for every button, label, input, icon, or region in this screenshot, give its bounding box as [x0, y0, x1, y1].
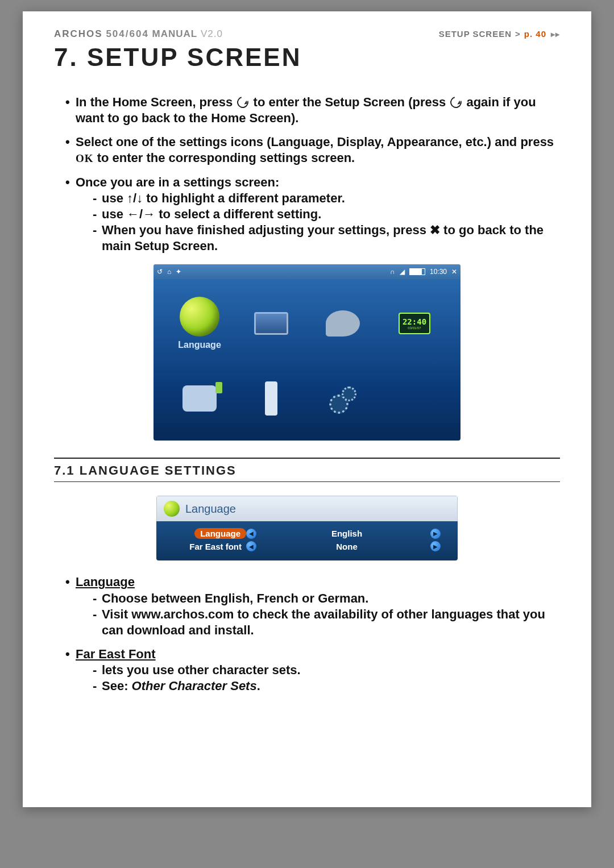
tools-icon: ✦: [176, 268, 181, 276]
up-down-arrows-icon: ↑/↓: [127, 191, 143, 205]
language-row-label: Language: [194, 528, 246, 539]
empty-tile: [384, 364, 445, 433]
bullet-3: Once you are in a settings screen: use ↑…: [65, 175, 560, 255]
monitor-icon: [254, 312, 288, 335]
setup-icon: [235, 94, 251, 110]
page-title: 7. SETUP SCREEN: [54, 43, 560, 72]
globe-icon: [164, 501, 180, 517]
fareast-row-value: None: [263, 542, 430, 551]
clock-value: 10:30: [430, 268, 447, 276]
fareast-item-1: lets you use other character sets.: [93, 662, 560, 678]
arrow-left-icon: ◀: [246, 529, 256, 539]
header-left: ARCHOS 504/604 MANUAL V2.0: [54, 28, 223, 40]
language-tile-label: Language: [178, 340, 221, 350]
divider: [54, 458, 560, 459]
forward-icon: ▸▸: [551, 30, 560, 39]
language-subtitle: Language: [76, 575, 135, 589]
fareast-item-2: See: Other Character Sets.: [93, 678, 560, 694]
close-icon: ✕: [451, 268, 457, 276]
manual-page: ARCHOS 504/604 MANUAL V2.0 SETUP SCREEN …: [23, 11, 591, 807]
section-label: SETUP SCREEN: [439, 29, 512, 39]
page-header: ARCHOS 504/604 MANUAL V2.0 SETUP SCREEN …: [54, 28, 560, 40]
language-tile: Language: [169, 289, 230, 358]
fareast-row: Far East font ◀ None ▶: [167, 540, 447, 553]
power-tile: [169, 364, 230, 433]
appearance-tile: [313, 289, 373, 358]
language-row: Language ◀ English ▶: [167, 527, 447, 540]
breadcrumb-sep: >: [515, 29, 521, 39]
bullet-3-2: use ←/→ to select a different setting.: [93, 206, 560, 222]
intro-content: In the Home Screen, press to enter the S…: [54, 94, 560, 254]
volume-icon: ◢: [400, 268, 405, 276]
language-heading: Language Choose between English, French …: [65, 574, 560, 638]
bullet-2: Select one of the settings icons (Langua…: [65, 134, 560, 166]
plug-icon: [182, 385, 217, 412]
close-icon: ✖: [430, 223, 440, 237]
bullet-1: In the Home Screen, press to enter the S…: [65, 94, 560, 126]
language-panel-header: Language: [156, 496, 458, 521]
bullet-3-1: use ↑/↓ to highlight a different paramet…: [93, 190, 560, 206]
header-right: SETUP SCREEN > p. 40 ▸▸: [439, 29, 560, 39]
language-item-2: Visit www.archos.com to check the availa…: [93, 607, 560, 638]
arrow-right-icon: ▶: [430, 529, 441, 539]
manual-label: MANUAL: [152, 28, 198, 39]
other-charsets-link-text: Other Character Sets: [132, 679, 257, 693]
remote-icon: [265, 381, 277, 416]
language-row-value: English: [263, 529, 430, 538]
tvcontrol-tile: [241, 364, 301, 433]
clock-tile: 22:40 03/01/07: [384, 289, 445, 358]
brand-label: ARCHOS: [54, 28, 103, 39]
display-tile: [241, 289, 301, 358]
arrow-right-icon: ▶: [430, 541, 441, 551]
system-tile: [313, 364, 373, 433]
page-number: p. 40: [524, 29, 546, 39]
fareast-row-label: Far East font: [167, 542, 246, 551]
fareast-subtitle: Far East Font: [76, 647, 156, 661]
section-7-1-title: 7.1 LANGUAGE SETTINGS: [54, 463, 560, 478]
fareast-heading: Far East Font lets you use other charact…: [65, 646, 560, 694]
left-right-arrows-icon: ←/→: [127, 207, 155, 221]
device-status-bar: ↺ ⌂ ✦ ∩ ◢ 10:30 ✕: [154, 264, 460, 279]
bullet-3-3: When you have finished adjusting your se…: [93, 222, 560, 254]
globe-icon: [180, 297, 219, 337]
language-panel-title: Language: [185, 502, 236, 516]
language-section-content: Language Choose between English, French …: [54, 574, 560, 694]
arrow-left-icon: ◀: [246, 541, 256, 551]
setup-screen-screenshot: ↺ ⌂ ✦ ∩ ◢ 10:30 ✕ Language 22:40: [154, 264, 460, 441]
setup-icon: [449, 94, 464, 110]
headphones-icon: ∩: [390, 268, 395, 276]
language-settings-screenshot: Language Language ◀ English ▶ Far East f…: [156, 496, 458, 560]
palette-icon: [326, 310, 360, 337]
ok-icon: OK: [76, 152, 94, 164]
back-icon: ↺: [157, 268, 163, 276]
gears-icon: [326, 384, 360, 413]
language-item-1: Choose between English, French or German…: [93, 591, 560, 607]
home-icon: ⌂: [167, 268, 171, 276]
battery-icon: [409, 268, 425, 275]
clock-icon: 22:40 03/01/07: [399, 313, 430, 334]
divider: [54, 481, 560, 482]
model-label: 504/604: [106, 28, 148, 39]
version-label: V2.0: [201, 28, 223, 39]
